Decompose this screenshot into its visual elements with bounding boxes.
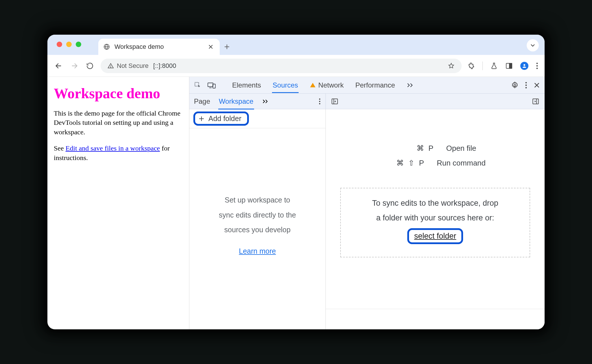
plus-icon: [198, 115, 205, 122]
page-paragraph-2: See Edit and save files in a workspace f…: [54, 144, 183, 162]
more-tabs-icon[interactable]: [407, 82, 414, 88]
toolbar-icons: [467, 62, 538, 70]
devtools-sub-bar: Page Workspace: [189, 94, 545, 109]
svg-point-13: [526, 84, 527, 86]
page-paragraph-1: This is the demo page for the official C…: [54, 109, 183, 137]
svg-point-14: [526, 87, 527, 88]
panel-icon[interactable]: [505, 62, 513, 70]
forward-button[interactable]: [69, 61, 79, 71]
security-status[interactable]: Not Secure: [108, 62, 149, 70]
sources-sidebar-tabs: Page Workspace: [189, 94, 326, 109]
svg-point-4: [523, 64, 525, 66]
svg-point-11: [514, 84, 516, 86]
warning-outline-icon: [108, 63, 114, 69]
tab-elements[interactable]: Elements: [232, 78, 261, 93]
collapse-right-panel-icon[interactable]: [532, 98, 539, 105]
svg-point-12: [526, 82, 527, 83]
shortcut-keys-open-file: ⌘ P: [394, 144, 434, 153]
devtools-top-bar: Elements Sources Network Performance: [189, 77, 545, 94]
profile-avatar[interactable]: [520, 62, 528, 70]
page-viewport: Workspace demo This is the demo page for…: [47, 77, 189, 329]
devtools-body: Add folder Set up workspace to sync edit…: [189, 109, 545, 329]
device-toolbar-icon[interactable]: [207, 81, 216, 89]
add-folder-button[interactable]: Add folder: [193, 112, 249, 126]
window-controls: [57, 42, 81, 47]
close-devtools-icon[interactable]: [534, 82, 540, 88]
collapse-left-panel-icon[interactable]: [331, 98, 338, 105]
svg-point-16: [319, 101, 320, 102]
shortcut-keys-run-command: ⌘ ⇧ P: [385, 159, 425, 168]
address-bar[interactable]: Not Secure [::]:8000: [101, 59, 462, 73]
not-secure-label: Not Secure: [117, 62, 149, 70]
page-heading: Workspace demo: [54, 85, 183, 102]
tab-strip: Workspace demo: [47, 35, 545, 55]
svg-rect-3: [509, 63, 512, 68]
devtools-panel: Elements Sources Network Performance: [189, 77, 545, 329]
tab-network[interactable]: Network: [310, 78, 344, 93]
devtools-main-tabs: Elements Sources Network Performance: [232, 78, 504, 93]
more-subtabs-icon[interactable]: [262, 99, 269, 104]
svg-point-6: [536, 65, 538, 66]
shortcut-label-run-command: Run command: [437, 159, 486, 168]
close-tab-icon[interactable]: [208, 44, 213, 49]
editor-divider: [326, 309, 545, 309]
extensions-icon[interactable]: [467, 62, 475, 70]
browser-window: Workspace demo Not Secure [::]:8000: [47, 35, 545, 329]
close-window-button[interactable]: [57, 42, 62, 47]
maximize-window-button[interactable]: [76, 42, 81, 47]
svg-point-17: [319, 103, 320, 104]
globe-icon: [103, 43, 110, 51]
browser-menu-icon[interactable]: [536, 62, 538, 70]
workspace-hint: Set up workspace to sync edits directly …: [189, 128, 325, 329]
workspace-dropzone[interactable]: To sync edits to the workspace, drop a f…: [340, 188, 530, 257]
inspect-element-icon[interactable]: [194, 81, 201, 89]
url-text: [::]:8000: [153, 62, 443, 70]
svg-rect-9: [208, 83, 213, 87]
sources-editor-area: ⌘ P Open file ⌘ ⇧ P Run command To sync …: [326, 109, 545, 329]
browser-tab[interactable]: Workspace demo: [98, 39, 220, 55]
sources-sidebar: Add folder Set up workspace to sync edit…: [189, 109, 326, 329]
settings-gear-icon[interactable]: [511, 81, 519, 89]
subtab-workspace[interactable]: Workspace: [219, 94, 254, 109]
shortcuts-hint: ⌘ P Open file ⌘ ⇧ P Run command: [326, 144, 545, 168]
toolbar-divider: [482, 62, 483, 70]
content-area: Workspace demo This is the demo page for…: [47, 77, 545, 329]
tab-sources[interactable]: Sources: [273, 78, 298, 93]
add-folder-label: Add folder: [208, 114, 241, 123]
subtab-page[interactable]: Page: [194, 94, 210, 109]
reload-button[interactable]: [85, 61, 95, 71]
svg-point-1: [110, 67, 111, 67]
shortcut-label-open-file: Open file: [446, 144, 476, 153]
add-folder-row: Add folder: [189, 109, 325, 128]
browser-toolbar: Not Secure [::]:8000: [47, 55, 545, 77]
dropzone-text-1: To sync edits to the workspace, drop: [372, 199, 498, 208]
svg-point-7: [536, 68, 538, 69]
svg-point-15: [319, 98, 320, 99]
select-folder-button[interactable]: select folder: [407, 228, 463, 244]
sidebar-menu-icon[interactable]: [319, 98, 321, 105]
page-link[interactable]: Edit and save files in a workspace: [66, 144, 160, 152]
warning-icon: [310, 82, 316, 88]
dropzone-text-2: a folder with your sources here or:: [376, 213, 494, 222]
devtools-menu-icon[interactable]: [525, 81, 527, 89]
svg-point-5: [536, 62, 538, 64]
new-tab-button[interactable]: [220, 39, 234, 55]
learn-more-link[interactable]: Learn more: [239, 247, 276, 255]
back-button[interactable]: [54, 61, 64, 71]
bookmark-star-icon[interactable]: [448, 62, 455, 69]
tab-title: Workspace demo: [114, 43, 204, 51]
labs-icon[interactable]: [490, 62, 498, 70]
svg-rect-8: [195, 82, 199, 86]
tabs-dropdown-button[interactable]: [527, 39, 539, 51]
minimize-window-button[interactable]: [66, 42, 72, 47]
tab-performance[interactable]: Performance: [355, 78, 395, 93]
